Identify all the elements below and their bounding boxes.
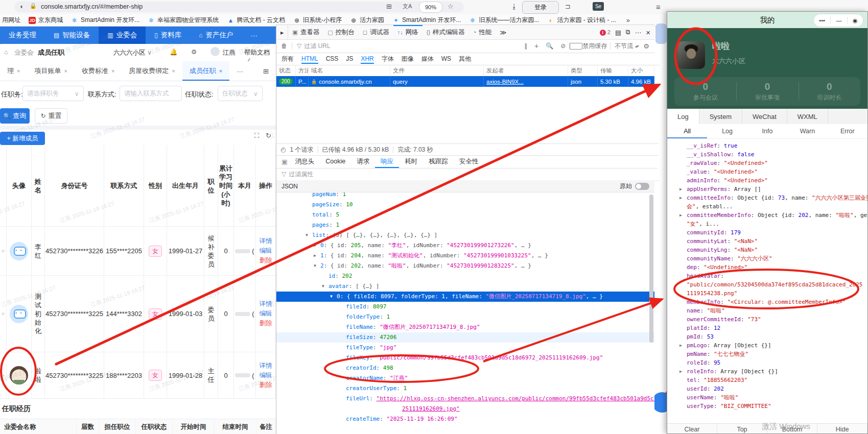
op-link-删除[interactable]: 删除: [260, 256, 272, 266]
profile-avatar[interactable]: [677, 41, 705, 69]
save-page-icon[interactable]: ⊞: [386, 3, 392, 10]
console-log-line[interactable]: userName: "啦啦": [687, 393, 867, 402]
url-text[interactable]: console.smartxfjy.cn/#/member-ship: [41, 3, 143, 10]
devtools-tab-查看器[interactable]: ▣查看器: [288, 25, 323, 39]
search-button[interactable]: 🔍查询: [0, 108, 30, 124]
console-log-line[interactable]: name: "啦啦": [687, 306, 867, 315]
type-filter-JS[interactable]: JS: [346, 54, 353, 64]
type-filter-HTML[interactable]: HTML: [301, 54, 318, 64]
json-tree-line[interactable]: ▶0: { id: 205, name: "李红", idNumber: "45…: [276, 240, 654, 251]
tab-成员任职[interactable]: 成员任职×: [182, 61, 229, 81]
type-filter-图像[interactable]: 图像: [402, 53, 414, 65]
json-tree-line[interactable]: 251119162609.jpg": [276, 404, 654, 414]
json-tree-line[interactable]: pageNum: 1: [276, 192, 654, 200]
net-column-大小[interactable]: 大小: [628, 65, 654, 76]
bell-icon[interactable]: 🔔: [170, 48, 178, 56]
console-log-line[interactable]: headAvatar:: [687, 272, 867, 280]
member-avatar[interactable]: [10, 366, 28, 384]
devtools-tab-网络[interactable]: ↑↓网络: [393, 25, 423, 39]
console-log-line[interactable]: 1119154238.png": [687, 289, 867, 298]
translate-icon[interactable]: 文A: [403, 3, 412, 10]
json-tree-line[interactable]: ▼2: { id: 202, name: "啦啦", idNumber: "45…: [276, 261, 654, 271]
json-tree-line[interactable]: fileKey: "public/common/99fb55d3cfef483c…: [276, 353, 654, 363]
op-link-编辑[interactable]: 编辑: [260, 246, 272, 256]
console-log-line[interactable]: pmId: 53: [687, 332, 867, 341]
responsive-mode-icon[interactable]: ▤: [615, 29, 621, 36]
net-column-状态[interactable]: 状态: [276, 65, 296, 76]
log-expand-arrow[interactable]: ▶: [679, 211, 687, 220]
tree-expand-arrow[interactable]: ▶: [314, 251, 320, 261]
console-log-line[interactable]: ▶committeeMemberInfo: Object {id: 202, n…: [687, 211, 867, 220]
json-tree-line[interactable]: folderType: 1: [276, 312, 654, 322]
close-devtools-icon[interactable]: ×: [646, 28, 650, 37]
headers-pane-icon[interactable]: ▣: [279, 155, 290, 168]
tree-expand-arrow[interactable]: ▼: [314, 261, 320, 271]
breadcrumb[interactable]: 业委会: [14, 49, 34, 57]
close-icon[interactable]: ×: [111, 68, 114, 74]
stat-item[interactable]: 0审批事项: [736, 77, 798, 106]
log-expand-arrow[interactable]: ▶: [679, 367, 687, 376]
home-icon[interactable]: ⌂: [4, 49, 8, 56]
avatar[interactable]: [210, 47, 220, 56]
stat-item[interactable]: 0参与会议: [674, 77, 736, 106]
devtools-menu-icon[interactable]: ⋯: [635, 29, 642, 36]
console-log-line[interactable]: ownerCommitteeId: "73": [687, 315, 867, 324]
console-log-line[interactable]: "女", i...: [687, 220, 867, 228]
bookmark-star-icon[interactable]: ☆: [448, 3, 454, 10]
console-footer-top-button[interactable]: Top: [717, 424, 767, 434]
op-link-详情[interactable]: 详情: [260, 299, 272, 309]
console-log-line[interactable]: ▶pmLogo: Array [Object {}]: [687, 341, 867, 350]
tree-expand-arrow[interactable]: ▼: [322, 281, 329, 292]
nav-item-智能设备[interactable]: ▤智能设备: [45, 27, 99, 44]
json-tree-line[interactable]: creatorUserType: 1: [276, 383, 654, 394]
console-tab-WeChat[interactable]: WeChat: [742, 109, 787, 124]
detail-tab-耗时[interactable]: 耗时: [399, 155, 423, 168]
console-log-line[interactable]: roleId: 95: [687, 358, 867, 367]
net-column-类型[interactable]: 类型: [568, 65, 598, 76]
filter-contact-input[interactable]: 请输入联系方式: [120, 86, 182, 101]
download-icon[interactable]: ⭳: [511, 3, 518, 10]
console-log-line[interactable]: dep: "<Undefined>": [687, 263, 867, 272]
console-log-line[interactable]: userId: 202: [687, 384, 867, 393]
reset-button[interactable]: ↻重置: [35, 108, 67, 124]
expand-icon[interactable]: +: [1, 309, 5, 318]
fullscreen-icon[interactable]: ⛶: [254, 132, 259, 140]
level-filter-Log[interactable]: Log: [707, 124, 747, 138]
console-log-line[interactable]: _value: "<Undefined>": [687, 167, 867, 176]
type-filter-媒体[interactable]: 媒体: [421, 53, 434, 65]
expand-icon[interactable]: +: [1, 247, 5, 255]
console-footer-clear-button[interactable]: Clear: [667, 424, 717, 434]
devtools-tab-样式编辑器[interactable]: {}样式编辑器: [423, 25, 469, 39]
expand-icon[interactable]: +: [1, 371, 5, 380]
devtools-tab-调试器[interactable]: ◻调试器: [359, 25, 393, 39]
devtools-tab-性能[interactable]: ◔性能: [469, 25, 496, 39]
add-member-button[interactable]: + 新增成员: [0, 132, 45, 145]
net-column-域名[interactable]: 域名: [309, 65, 390, 76]
console-footer-bottom-button[interactable]: Bottom: [767, 424, 817, 434]
json-tree-line[interactable]: total: 5: [276, 210, 654, 220]
json-tree-line[interactable]: pageSize: 10: [276, 200, 654, 210]
console-log-line[interactable]: ▶appUserPerms: Array []: [687, 185, 867, 194]
type-filter-XHR[interactable]: XHR: [361, 54, 373, 64]
detail-tab-栈跟踪[interactable]: 栈跟踪: [423, 155, 454, 168]
capsule-button[interactable]: —: [836, 17, 841, 23]
table-row[interactable]: +李红452730********3226155****2205女1999-01…: [0, 227, 276, 276]
level-filter-Warn[interactable]: Warn: [787, 124, 827, 138]
detail-tab-Cookie[interactable]: Cookie: [320, 155, 351, 168]
capsule-button[interactable]: •••: [819, 17, 825, 23]
detail-tab-请求[interactable]: 请求: [351, 155, 375, 168]
nav-item-···[interactable]: ···: [242, 27, 267, 44]
tab-理[interactable]: 理×: [0, 61, 27, 81]
console-log-line[interactable]: memberInfo: "<Circular: @.committeeMembe…: [687, 298, 867, 306]
json-tree-line[interactable]: pages: 1: [276, 220, 654, 230]
error-badge[interactable]: !2: [600, 29, 611, 36]
miniprogram-capsule[interactable]: •••—◉: [813, 14, 863, 27]
block-icon[interactable]: ⊘: [557, 42, 569, 50]
json-tree-line[interactable]: fileUrl: "https://hlxq.oss-cn-shenzhen.a…: [276, 394, 654, 404]
nav-item-业委会[interactable]: ▥业委会: [99, 27, 146, 44]
json-tree-line[interactable]: creatorId: 498: [276, 363, 654, 373]
op-link-详情[interactable]: 详情: [260, 361, 272, 371]
log-expand-arrow[interactable]: ▶: [679, 341, 687, 350]
element-picker-icon[interactable]: ▸: [276, 25, 288, 39]
tree-expand-arrow[interactable]: ▶: [314, 240, 320, 251]
